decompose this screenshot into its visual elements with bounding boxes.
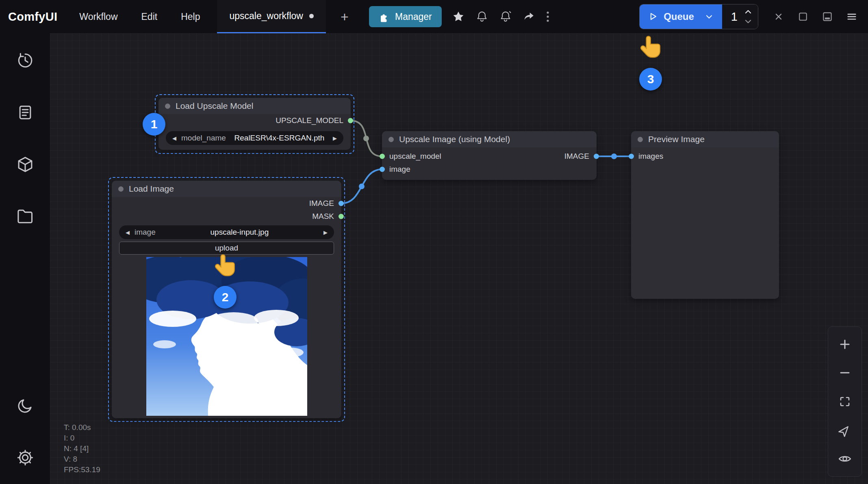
collapse-dot[interactable] <box>118 186 124 192</box>
tutorial-step-badge-3: 3 <box>639 68 662 91</box>
toggle-bottom-panel-button[interactable] <box>818 5 836 28</box>
output-slot-dot-image[interactable] <box>594 154 599 159</box>
node-title: Upscale Image (using Model) <box>399 134 510 144</box>
node-title: Preview Image <box>648 134 705 144</box>
pointing-hand-icon <box>215 253 236 278</box>
output-slot-row: IMAGE <box>112 197 341 210</box>
node-preview-image[interactable]: Preview Image images <box>631 131 779 299</box>
prev-arrow-icon[interactable]: ◀ <box>172 135 176 141</box>
chevron-down-icon <box>704 12 714 22</box>
bell-alt-button[interactable] <box>494 5 517 28</box>
sidebar-history-button[interactable] <box>13 49 37 72</box>
bell-button[interactable] <box>470 5 494 28</box>
slot-row: images <box>631 150 779 163</box>
pointer-plane-icon <box>838 424 851 437</box>
menu-edit[interactable]: Edit <box>141 11 158 22</box>
stat-iterations: I: 0 <box>64 433 100 443</box>
sidebar-node-library-button[interactable] <box>13 101 37 124</box>
star-icon <box>452 11 464 23</box>
menu-workflow[interactable]: Workflow <box>79 11 117 22</box>
more-options-button[interactable] <box>541 5 555 28</box>
pointing-hand-icon <box>640 35 661 60</box>
image-file-widget[interactable]: ◀ image upscale-input.jpg ▶ <box>119 225 334 239</box>
input-slot-dot-image[interactable] <box>380 167 385 172</box>
output-slot-dot-mask[interactable] <box>339 214 344 219</box>
toggle-link-visibility-button[interactable] <box>833 447 856 470</box>
next-arrow-icon[interactable]: ▶ <box>323 229 328 236</box>
puzzle-icon <box>379 11 390 22</box>
theme-toggle-button[interactable] <box>13 394 37 417</box>
input-slot-dot-images[interactable] <box>629 154 634 159</box>
fit-view-icon <box>838 395 851 408</box>
output-slot-row: MASK <box>112 210 341 223</box>
widget-label: model_name <box>181 134 226 143</box>
tab-title: upscale_workflow <box>229 11 303 22</box>
app-logo: ComfyUI <box>8 10 57 24</box>
manager-label: Manager <box>395 11 432 22</box>
graph-canvas[interactable]: Load Upscale Model UPSCALE_MODEL ◀ model… <box>50 33 868 484</box>
interrupt-button[interactable] <box>770 5 788 28</box>
input-slot-dot-upscale-model[interactable] <box>380 154 385 159</box>
eye-icon <box>838 452 852 466</box>
manager-button[interactable]: Manager <box>369 6 442 27</box>
queue-controls: Queue 1 <box>639 4 758 29</box>
dock-bottom-icon <box>822 11 833 22</box>
node-header: Preview Image <box>631 131 779 147</box>
menu-icon <box>846 11 858 23</box>
star-button[interactable] <box>447 5 470 28</box>
output-slot-dot-upscale-model[interactable] <box>348 118 353 123</box>
next-arrow-icon[interactable]: ▶ <box>333 135 337 141</box>
focus-square-icon <box>797 11 809 22</box>
widget-value: RealESR\4x-ESRGAN.pth <box>231 134 328 143</box>
stat-time: T: 0.00s <box>64 422 100 433</box>
top-menubar: ComfyUI Workflow Edit Help upscale_workf… <box>0 0 868 33</box>
sidebar-workflows-button[interactable] <box>13 205 37 228</box>
slot-label: IMAGE <box>564 152 589 161</box>
share-button[interactable] <box>517 5 541 28</box>
tutorial-step-badge-1: 1 <box>143 113 165 136</box>
slot-label: upscale_model <box>389 152 441 161</box>
fit-view-button[interactable] <box>833 390 856 413</box>
node-header: Load Image <box>112 181 341 197</box>
menu-help[interactable]: Help <box>181 11 200 22</box>
settings-button[interactable] <box>13 446 37 469</box>
main-menu: Workflow Edit Help <box>79 11 200 22</box>
node-load-upscale-model[interactable]: Load Upscale Model UPSCALE_MODEL ◀ model… <box>158 98 351 150</box>
play-icon <box>648 11 658 22</box>
stat-fps: FPS:53.19 <box>64 465 100 475</box>
node-header: Upscale Image (using Model) <box>382 131 597 147</box>
slot-label: MASK <box>312 212 334 221</box>
left-sidebar <box>0 33 50 484</box>
collapse-dot[interactable] <box>165 104 170 109</box>
output-slot-dot-image[interactable] <box>339 201 344 206</box>
widget-value: upscale-input.jpg <box>161 228 319 237</box>
zoom-out-button[interactable] <box>833 361 856 384</box>
theme-moon-icon <box>17 397 34 414</box>
workflows-folder-icon <box>16 207 34 225</box>
queue-count-field[interactable]: 1 <box>722 4 758 29</box>
prev-arrow-icon[interactable]: ◀ <box>126 229 130 236</box>
spinner-down-button[interactable] <box>742 17 754 26</box>
loaded-image-preview <box>146 257 307 416</box>
model-library-icon <box>16 156 34 173</box>
sidebar-model-library-button[interactable] <box>13 153 37 176</box>
node-library-icon <box>17 104 34 121</box>
new-workflow-tab-button[interactable]: + <box>336 8 354 26</box>
unsaved-indicator-dot <box>309 14 314 18</box>
select-mode-button[interactable] <box>833 419 856 442</box>
slot-label: image <box>389 165 410 174</box>
main-menu-button[interactable] <box>843 5 861 28</box>
collapse-dot[interactable] <box>388 137 394 142</box>
canvas-toolbar <box>828 326 862 477</box>
performance-stats: T: 0.00s I: 0 N: 4 [4] V: 8 FPS:53.19 <box>64 422 100 475</box>
zoom-in-button[interactable] <box>833 333 856 356</box>
node-title: Load Image <box>129 184 174 194</box>
queue-button[interactable]: Queue <box>640 4 722 29</box>
collapse-dot[interactable] <box>638 137 643 142</box>
spinner-up-button[interactable] <box>742 7 754 16</box>
node-upscale-image[interactable]: Upscale Image (using Model) upscale_mode… <box>382 131 597 180</box>
history-icon <box>17 52 34 69</box>
focus-mode-button[interactable] <box>794 5 812 28</box>
tab-upscale-workflow[interactable]: upscale_workflow <box>217 0 326 33</box>
model-name-widget[interactable]: ◀ model_name RealESR\4x-ESRGAN.pth ▶ <box>166 131 343 145</box>
